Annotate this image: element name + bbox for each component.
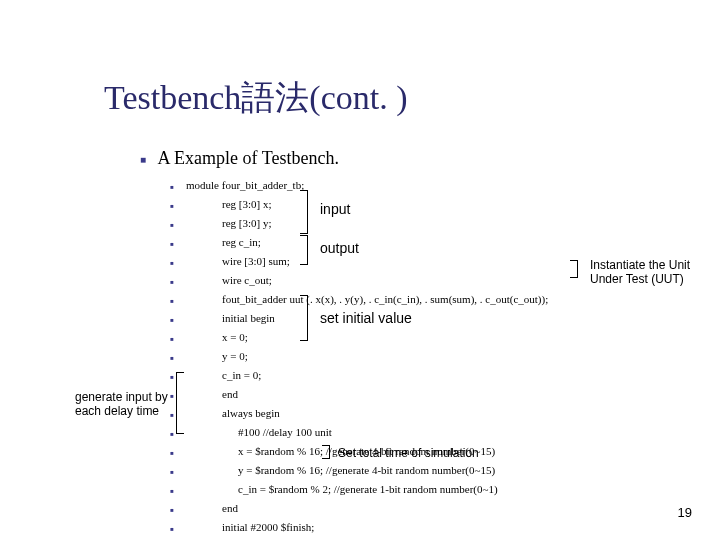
bracket-uut	[570, 260, 578, 278]
code-text: initial begin	[186, 311, 275, 326]
bullet-dot-icon: ■	[158, 252, 186, 271]
bracket-input	[300, 190, 308, 234]
subtitle-text: A Example of Testbench.	[158, 148, 339, 168]
code-text: fout_bit_adder uut (. x(x), . y(y), . c_…	[186, 292, 548, 307]
annotation-output: output	[320, 240, 359, 256]
code-line: ■end	[158, 385, 548, 404]
bullet-dot-icon: ■	[158, 176, 186, 195]
code-line: ■x = 0;	[158, 328, 548, 347]
bracket-generate	[176, 372, 184, 434]
code-text: module four_bit_adder_tb;	[186, 178, 304, 193]
code-line: ■y = $random % 16; //generate 4-bit rand…	[158, 461, 548, 480]
annotation-input: input	[320, 201, 350, 217]
code-text: always begin	[186, 406, 280, 421]
code-line: ■module four_bit_adder_tb;	[158, 176, 548, 195]
code-text: end	[186, 501, 238, 516]
slide-number: 19	[678, 505, 692, 520]
bullet-dot-icon: ■	[158, 195, 186, 214]
code-text: initial #2000 $finish;	[186, 520, 314, 535]
code-line: ■wire c_out;	[158, 271, 548, 290]
code-text: c_in = $random % 2; //generate 1-bit ran…	[186, 482, 498, 497]
code-text: wire [3:0] sum;	[186, 254, 290, 269]
annotation-uut-2: Under Test (UUT)	[590, 272, 684, 286]
code-text: #100 //delay 100 unit	[186, 425, 332, 440]
code-text: wire c_out;	[186, 273, 272, 288]
code-line: ■fout_bit_adder uut (. x(x), . y(y), . c…	[158, 290, 548, 309]
bullet-square-icon: ■	[140, 154, 146, 165]
code-text: y = 0;	[186, 349, 248, 364]
bracket-settotal	[322, 445, 330, 459]
bullet-dot-icon: ■	[158, 271, 186, 290]
code-text: c_in = 0;	[186, 368, 261, 383]
bullet-dot-icon: ■	[158, 233, 186, 252]
bullet-dot-icon: ■	[158, 461, 186, 480]
code-text: x = 0;	[186, 330, 248, 345]
bullet-dot-icon: ■	[158, 499, 186, 518]
code-text: reg [3:0] y;	[186, 216, 271, 231]
annotation-generate-2: each delay time	[75, 404, 159, 418]
code-line: ■end	[158, 499, 548, 518]
code-text: reg c_in;	[186, 235, 261, 250]
code-line: ■y = 0;	[158, 347, 548, 366]
bullet-dot-icon: ■	[158, 442, 186, 461]
bullet-dot-icon: ■	[158, 214, 186, 233]
bullet-dot-icon: ■	[158, 347, 186, 366]
subtitle-row: ■ A Example of Testbench.	[140, 148, 339, 169]
annotation-settotal: Set total time of simulation	[338, 446, 479, 460]
code-text: end	[186, 387, 238, 402]
code-line: ■always begin	[158, 404, 548, 423]
annotation-setinitial: set initial value	[320, 310, 412, 326]
code-text: y = $random % 16; //generate 4-bit rando…	[186, 463, 495, 478]
code-line: ■reg [3:0] x;	[158, 195, 548, 214]
code-line: ■c_in = 0;	[158, 366, 548, 385]
bracket-output	[300, 235, 308, 265]
annotation-generate-1: generate input by	[75, 390, 168, 404]
bracket-setinitial	[300, 295, 308, 341]
bullet-dot-icon: ■	[158, 290, 186, 309]
slide-title: Testbench語法(cont. )	[104, 75, 408, 121]
bullet-dot-icon: ■	[158, 309, 186, 328]
annotation-uut-1: Instantiate the Unit	[590, 258, 690, 272]
code-line: ■reg [3:0] y;	[158, 214, 548, 233]
bullet-dot-icon: ■	[158, 328, 186, 347]
code-block: ■module four_bit_adder_tb;■reg [3:0] x;■…	[158, 176, 548, 540]
code-text: reg [3:0] x;	[186, 197, 271, 212]
bullet-dot-icon: ■	[158, 518, 186, 537]
code-line: ■initial #2000 $finish;	[158, 518, 548, 537]
code-line: ■#100 //delay 100 unit	[158, 423, 548, 442]
bullet-dot-icon: ■	[158, 480, 186, 499]
code-line: ■c_in = $random % 2; //generate 1-bit ra…	[158, 480, 548, 499]
